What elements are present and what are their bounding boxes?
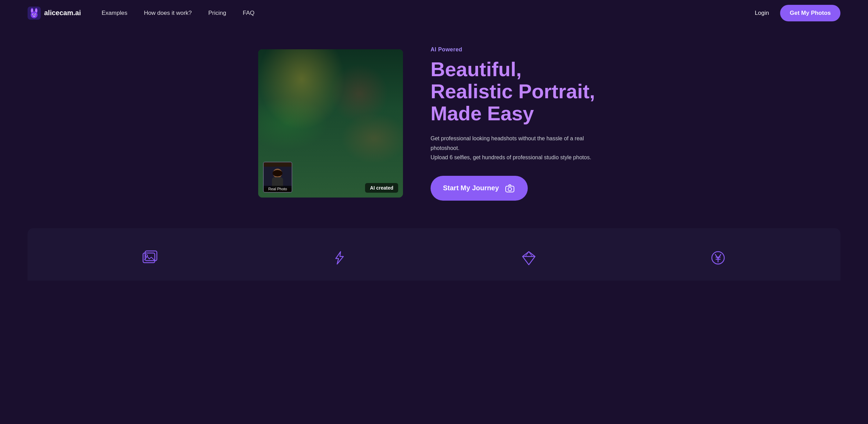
logo-container[interactable]: alicecam.ai <box>28 7 81 20</box>
hero-description: Get professional looking headshots witho… <box>431 134 610 162</box>
navbar: alicecam.ai Examples How does it work? P… <box>0 0 868 26</box>
nav-how-it-works[interactable]: How does it work? <box>144 10 192 17</box>
svg-text:❄: ❄ <box>312 190 316 195</box>
svg-point-19 <box>354 134 363 143</box>
svg-text:🦌: 🦌 <box>351 190 361 198</box>
feature-currency <box>709 249 727 267</box>
svg-point-34 <box>329 150 333 152</box>
svg-text:✳: ✳ <box>294 194 298 198</box>
diamond-icon <box>520 249 538 267</box>
svg-point-28 <box>308 120 353 172</box>
hero-desc-line1: Get professional looking headshots witho… <box>431 135 573 141</box>
svg-point-26 <box>363 148 374 158</box>
hero-title: Beautiful, Realistic Portrait, Made Easy <box>431 58 610 124</box>
svg-point-47 <box>508 187 512 191</box>
svg-marker-13 <box>286 94 375 160</box>
ai-powered-label: AI Powered <box>431 47 610 53</box>
svg-point-8 <box>33 14 33 15</box>
svg-point-24 <box>361 128 369 136</box>
hero-title-line3: Made Easy <box>431 102 534 124</box>
logo-icon <box>28 7 41 20</box>
svg-point-23 <box>294 120 305 131</box>
svg-rect-35 <box>289 166 372 198</box>
ai-created-badge: AI created <box>365 183 398 193</box>
svg-marker-51 <box>523 252 535 265</box>
hero-main-image: ❄ ❄ ❄ ❄ ✳ 🦌 AI created <box>258 49 403 198</box>
hero-image-container: ❄ ❄ ❄ ❄ ✳ 🦌 AI created <box>258 49 403 198</box>
features-section <box>28 228 840 281</box>
hero-title-line1: Beautiful, <box>431 58 522 80</box>
svg-rect-14 <box>322 160 339 198</box>
thumb-svg <box>264 166 292 189</box>
feature-lightning <box>330 249 348 267</box>
svg-point-18 <box>299 132 307 139</box>
svg-text:❄: ❄ <box>303 178 309 185</box>
nav-right: Login Get My Photos <box>755 5 840 21</box>
nav-links: Examples How does it work? Pricing FAQ <box>102 10 755 17</box>
svg-point-31 <box>334 141 340 148</box>
login-link[interactable]: Login <box>755 10 769 17</box>
hero-desc-line3: Upload 6 selfies, get hundreds of profes… <box>431 154 572 160</box>
svg-point-16 <box>306 107 314 115</box>
feature-diamond <box>520 249 538 267</box>
svg-point-20 <box>310 150 316 156</box>
svg-point-5 <box>31 11 38 18</box>
camera-icon <box>504 183 515 194</box>
hero-text: AI Powered Beautiful, Realistic Portrait… <box>431 47 610 201</box>
hero-title-line2: Realistic Portrait, <box>431 80 595 102</box>
svg-marker-15 <box>324 53 337 66</box>
svg-point-32 <box>324 142 326 144</box>
svg-point-30 <box>321 141 327 148</box>
svg-point-44 <box>273 170 283 176</box>
nav-pricing[interactable]: Pricing <box>208 10 226 17</box>
svg-marker-12 <box>293 77 369 135</box>
svg-text:❄: ❄ <box>344 185 350 192</box>
hero-section: ❄ ❄ ❄ ❄ ✳ 🦌 AI created <box>193 26 675 228</box>
svg-point-50 <box>145 255 148 257</box>
gallery-icon <box>141 249 159 267</box>
svg-point-25 <box>286 142 300 156</box>
real-photo-label: Real Photo <box>264 186 292 192</box>
svg-point-29 <box>307 110 354 137</box>
feature-gallery <box>141 249 159 267</box>
start-journey-button[interactable]: Start My Journey <box>431 176 528 201</box>
real-photo-thumbnail: Real Photo <box>263 162 292 193</box>
get-my-photos-button[interactable]: Get My Photos <box>780 5 840 21</box>
svg-point-21 <box>311 95 323 107</box>
lightning-icon <box>330 249 348 267</box>
nav-faq[interactable]: FAQ <box>243 10 254 17</box>
svg-text:❄: ❄ <box>355 175 359 181</box>
nav-examples[interactable]: Examples <box>102 10 128 17</box>
svg-point-22 <box>353 103 363 113</box>
svg-point-17 <box>348 111 355 118</box>
svg-point-27 <box>289 166 372 198</box>
svg-point-9 <box>35 14 36 15</box>
currency-icon <box>709 249 727 267</box>
svg-point-33 <box>337 142 339 144</box>
start-journey-label: Start My Journey <box>443 184 499 192</box>
brand-name: alicecam.ai <box>44 9 81 17</box>
hero-desc-line4: photos. <box>573 154 591 160</box>
svg-marker-11 <box>300 60 362 111</box>
